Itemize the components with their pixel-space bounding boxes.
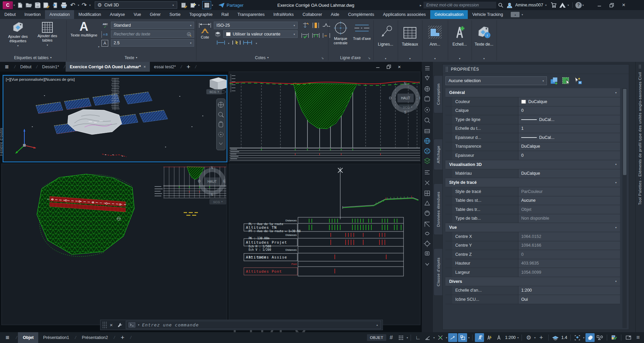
prop-hauteur[interactable]: Hauteur403.9635 xyxy=(445,259,620,268)
section-divers[interactable]: Divers▾ xyxy=(445,277,620,286)
prop-echelle-annotation[interactable]: Echelle d'an...1:200 xyxy=(445,286,620,295)
restore-button[interactable] xyxy=(605,0,618,10)
dim-continue-caret-icon[interactable]: ▾ xyxy=(256,42,257,45)
tab-applications-associees[interactable]: Applications associées xyxy=(378,10,430,19)
annotation-monitor-icon[interactable] xyxy=(573,333,582,342)
command-bar[interactable]: × ▾ ▴ xyxy=(100,320,383,330)
mode-indicator[interactable]: OBJET xyxy=(367,334,387,341)
viewport-3d-label[interactable]: [+][Vue personnalisée][Nuances de gris] xyxy=(6,77,75,81)
scg-badge[interactable]: SCG▾ xyxy=(399,104,416,110)
select-objects-icon[interactable] xyxy=(562,76,571,85)
polar-toggle-icon[interactable] xyxy=(423,333,432,342)
search-icon[interactable] xyxy=(496,1,505,9)
tab-insertion[interactable]: Insertion xyxy=(20,10,45,19)
section-vue[interactable]: Vue▾ xyxy=(445,223,620,232)
hardware-acceleration-icon[interactable] xyxy=(610,333,619,342)
prop-echelle-type-ligne[interactable]: Echelle du t...1 xyxy=(445,124,620,133)
properties-header[interactable]: PROPRIÉTÉS xyxy=(443,65,629,74)
prop-centre-z[interactable]: Centre Z0 xyxy=(445,250,620,259)
ligne-axe-dialog-launcher[interactable]: ⇘ xyxy=(368,56,371,60)
undo-caret-icon[interactable]: ▾ xyxy=(78,4,79,7)
cart-icon[interactable] xyxy=(549,1,558,9)
redo-icon[interactable]: ↷ xyxy=(80,1,89,9)
viewport-surface[interactable]: HAUT N E S O SCG▾ xyxy=(1,164,227,325)
add-labels-button[interactable]: Ajouter des étiquettes▾ xyxy=(3,21,32,48)
viewport-section[interactable]: PL : Axe de la route PT : Axe de la rout… xyxy=(229,164,420,325)
compass-south[interactable]: S xyxy=(404,111,407,114)
user-caret-icon[interactable]: ▾ xyxy=(545,4,547,7)
section-visualisation-3d[interactable]: Visualisation 3D▾ xyxy=(445,160,620,169)
compass-west[interactable]: O xyxy=(389,96,392,100)
file-tab-essai[interactable]: essai test2* xyxy=(150,62,180,72)
quick-select-icon[interactable] xyxy=(574,76,582,85)
polar-caret-icon[interactable]: ▾ xyxy=(433,336,435,339)
text-align-icon[interactable]: A B xyxy=(101,31,109,38)
compass-north[interactable]: N xyxy=(404,82,406,85)
file-menu-icon[interactable]: ≡ xyxy=(0,62,14,72)
dim-linear-caret-icon[interactable]: ▾ xyxy=(228,42,229,45)
tab-geolocalisation[interactable]: Géolocalisation xyxy=(430,10,468,19)
dim-check-icon[interactable] xyxy=(301,32,309,39)
panel-label-cotes[interactable]: Cotes▾ xyxy=(196,53,327,62)
scg-badge[interactable]: SCG▾ xyxy=(206,89,222,94)
tab-annotation[interactable]: Annotation xyxy=(45,10,74,19)
search-expand-icon[interactable]: ▸ xyxy=(420,3,421,7)
prop-epaisseur-ligne[interactable]: Epaisseur d...DuCal... xyxy=(445,133,620,142)
layout-menu-icon[interactable]: ≡ xyxy=(0,334,15,341)
dim-update-icon[interactable] xyxy=(312,32,320,39)
save-icon[interactable] xyxy=(33,1,42,9)
file-tab-close-icon[interactable]: × xyxy=(143,65,146,69)
command-caret-icon[interactable]: ▾ xyxy=(138,323,139,326)
tab-analyse[interactable]: Analyse xyxy=(106,10,129,19)
color-swatch[interactable] xyxy=(521,100,526,104)
prop-type-table[interactable]: Type de tab...Non disponible xyxy=(445,214,620,223)
drawing-restore-icon[interactable] xyxy=(387,65,391,69)
prop-centre-x[interactable]: Centre X1064.0152 xyxy=(445,232,620,241)
isodraft-toggle-icon[interactable] xyxy=(448,333,457,342)
window-spark-icon[interactable] xyxy=(189,1,198,9)
viewcube-top-face[interactable]: HAUT xyxy=(205,177,220,186)
drawing-area[interactable]: [+][Vue personnalisée][Nuances de gris] xyxy=(0,72,422,332)
panel-leaders[interactable]: Lignes... ▾ xyxy=(374,19,397,62)
help-icon[interactable]: ? xyxy=(575,2,582,8)
mtext-button[interactable]: A Texte multiligne xyxy=(69,20,99,38)
selection-caret-icon[interactable]: ▾ xyxy=(468,336,469,339)
command-expand-icon[interactable]: ▴ xyxy=(376,323,378,326)
file-tab-debut[interactable]: Début xyxy=(16,62,36,72)
centerline-button[interactable]: Trait d'axe xyxy=(352,21,372,41)
tab-vehicle-tracking[interactable]: Vehicle Tracking xyxy=(468,10,507,19)
tab-vue[interactable]: Vue xyxy=(129,10,145,19)
selection-dropdown[interactable]: Aucune sélection ▾ xyxy=(445,76,547,85)
save-as-icon[interactable] xyxy=(42,1,51,9)
dim-break-icon[interactable] xyxy=(301,22,309,29)
palette-grip[interactable] xyxy=(445,67,448,72)
layer-edit-icon[interactable] xyxy=(180,1,189,9)
level-of-detail-icon[interactable] xyxy=(551,333,560,342)
autodesk-logo-icon[interactable] xyxy=(558,1,567,9)
toggle-pickadd-icon[interactable] xyxy=(550,76,559,85)
ortho-toggle-icon[interactable]: ∟ xyxy=(413,333,422,342)
viewport-3d[interactable]: [+][Vue personnalisée][Nuances de gris] xyxy=(3,75,227,162)
osnap-tracking-icon[interactable] xyxy=(436,333,445,342)
text-search-field[interactable]: A xyxy=(111,30,194,38)
tab-topographie[interactable]: Topographie xyxy=(185,10,217,19)
tab-modification[interactable]: Modification xyxy=(74,10,106,19)
properties-scrollbar[interactable] xyxy=(622,88,627,328)
transfer-icon[interactable] xyxy=(51,1,60,9)
mtext-caret-icon[interactable]: ▾ xyxy=(98,45,99,48)
close-button[interactable]: × xyxy=(618,0,630,10)
app-logo[interactable]: C xyxy=(3,1,13,9)
palette-tab-affichage[interactable]: Affichage xyxy=(434,139,442,170)
tab-transparentes[interactable]: Transparentes xyxy=(233,10,269,19)
minimize-button[interactable] xyxy=(593,0,605,10)
tool-palettes-grip[interactable] xyxy=(639,65,641,69)
redo-caret-icon[interactable]: ▾ xyxy=(89,4,91,7)
prop-couleur[interactable]: CouleurDuCalque xyxy=(445,97,620,106)
open-file-icon[interactable] xyxy=(24,1,33,9)
panel-annotation[interactable]: Ann... ▾ xyxy=(423,19,447,62)
window-spark-caret-icon[interactable]: ▾ xyxy=(198,4,200,7)
dimension-button[interactable]: Cote xyxy=(198,21,212,40)
dim-linear-icon[interactable] xyxy=(216,40,225,45)
side-toolbar[interactable] xyxy=(422,62,433,332)
palette-tab-classe-objets[interactable]: Classe d'objets xyxy=(434,248,442,296)
